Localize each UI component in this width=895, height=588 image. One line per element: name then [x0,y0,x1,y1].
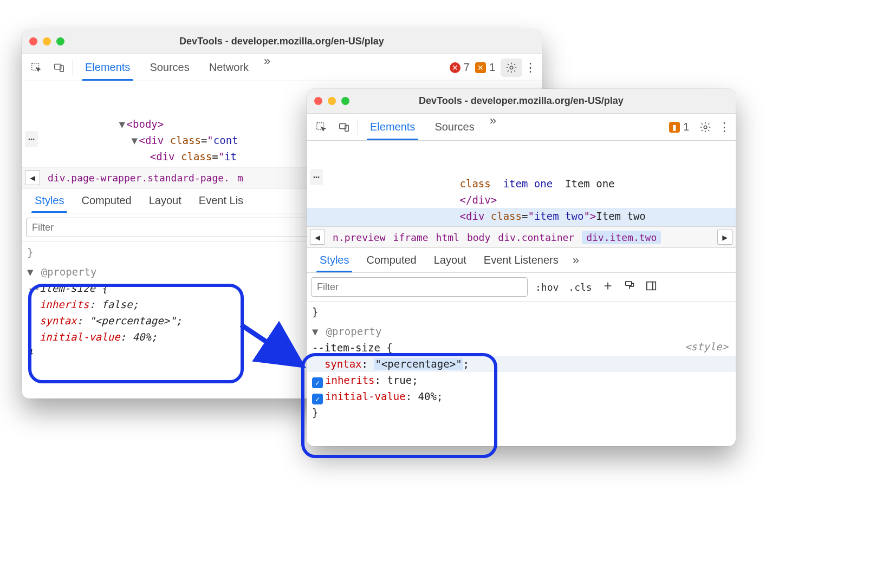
at-property-header: @property [326,325,381,337]
inspect-element-icon[interactable] [310,121,333,133]
styles-subtabs: Styles Computed Layout Event Listeners » [307,248,736,273]
rule-close-brace: } [27,347,33,359]
error-count: 7 [464,61,470,74]
breadcrumb-scroll-left-icon[interactable]: ◀ [25,170,40,185]
breadcrumb-item[interactable]: div.container [498,232,574,243]
styles-pane[interactable]: } ▼ @property <style> --item-size { synt… [307,302,736,446]
svg-rect-2 [60,66,63,71]
traffic-lights [29,37,64,45]
css-property[interactable]: initial-value [325,390,406,402]
more-subtabs-icon[interactable]: » [567,253,585,267]
warning-icon: ▮ [669,122,680,133]
devtools-window-front: DevTools - developer.mozilla.org/en-US/p… [307,89,736,446]
css-property[interactable]: inherits [40,298,89,310]
breadcrumb-item[interactable]: div.page-wrapper.standard-page. [48,172,230,184]
css-property[interactable]: syntax [40,315,77,326]
close-window-icon[interactable] [314,97,322,105]
main-toolbar: Elements Sources » ▮ 1 ⋮ [307,114,736,141]
at-property-header: @property [41,266,96,278]
property-enabled-checkbox[interactable] [312,377,323,388]
more-tabs-icon[interactable]: » [258,54,276,81]
minimize-window-icon[interactable] [43,37,51,45]
rule-selector: --item-size { [312,342,393,354]
traffic-lights [314,97,349,105]
styles-filter-row: :hov .cls [307,273,736,302]
kebab-menu-icon[interactable]: ⋮ [716,120,732,134]
new-style-rule-icon[interactable] [600,280,616,294]
css-value[interactable]: 40% [418,390,437,402]
breadcrumb-item[interactable]: m [237,172,243,184]
dom-tree[interactable]: ⋯ class item one Item one </div> <div cl… [307,141,736,226]
minimize-window-icon[interactable] [328,97,336,105]
settings-button[interactable] [695,118,716,136]
warning-count: 1 [683,121,689,133]
property-enabled-checkbox[interactable] [312,394,323,404]
error-icon: ✕ [450,62,461,73]
breadcrumb-item[interactable]: body [467,232,490,243]
expand-collapsed-icon[interactable]: ⋯ [25,131,38,147]
subtab-computed[interactable]: Computed [73,188,140,213]
rule-close-brace: } [312,407,318,419]
computed-sidebar-icon[interactable] [643,280,659,294]
warning-count: 1 [489,61,495,74]
subtab-event-listeners[interactable]: Event Listeners [475,248,567,272]
svg-point-3 [510,66,513,69]
titlebar: DevTools - developer.mozilla.org/en-US/p… [307,89,736,114]
subtab-computed[interactable]: Computed [358,248,425,272]
expand-collapsed-icon[interactable]: ⋯ [310,169,323,185]
inspect-element-icon[interactable] [25,62,48,74]
subtab-layout[interactable]: Layout [425,248,475,272]
breadcrumb-item-selected[interactable]: div.item.two [582,231,661,244]
tab-network[interactable]: Network [199,54,258,81]
tab-sources[interactable]: Sources [425,114,484,140]
css-property[interactable]: initial-value [40,331,120,343]
subtab-styles[interactable]: Styles [26,188,73,213]
maximize-window-icon[interactable] [341,97,349,105]
breadcrumb-item[interactable]: n.preview [333,232,386,243]
close-window-icon[interactable] [29,37,37,45]
svg-point-7 [704,126,707,129]
css-value[interactable]: "<percentage>" [374,358,463,370]
toolbar-divider [358,120,358,135]
breadcrumb-item[interactable]: html [436,232,459,243]
settings-button[interactable] [501,58,522,77]
tab-elements[interactable]: Elements [360,114,425,140]
css-value[interactable]: false [101,298,132,310]
titlebar: DevTools - developer.mozilla.org/en-US/p… [22,29,542,54]
svg-rect-8 [625,282,631,285]
css-value[interactable]: "<percentage>" [89,315,176,326]
panel-tabs: Elements Sources » [360,114,502,140]
main-toolbar: Elements Sources Network » ✕ 7 ✕ 1 ⋮ [22,54,542,81]
warning-icon: ✕ [475,62,486,73]
styles-filter-input[interactable] [311,277,528,297]
breadcrumb: ◀ n.preview iframe html body div.contain… [307,226,736,248]
rule-selector: --item-size { [27,282,108,294]
more-tabs-icon[interactable]: » [484,114,502,140]
maximize-window-icon[interactable] [56,37,64,45]
subtab-event-listeners[interactable]: Event Lis [190,188,252,213]
toolbar-divider [73,60,73,75]
rule-close-brace: } [312,304,730,320]
breadcrumb-scroll-right-icon[interactable]: ▶ [717,230,732,245]
paint-icon[interactable] [621,280,638,294]
error-badge[interactable]: ✕ 7 [450,61,470,74]
warning-badge[interactable]: ✕ 1 [475,61,495,74]
breadcrumb-item[interactable]: iframe [393,232,429,243]
tab-elements[interactable]: Elements [75,54,140,81]
subtab-layout[interactable]: Layout [140,188,190,213]
device-toolbar-icon[interactable] [48,62,70,74]
svg-rect-6 [345,125,348,131]
breadcrumb-scroll-left-icon[interactable]: ◀ [310,230,325,245]
cls-toggle[interactable]: .cls [566,282,594,293]
css-value[interactable]: 40% [133,331,151,343]
hov-toggle[interactable]: :hov [533,282,561,293]
style-source-link[interactable]: <style> [685,338,728,355]
css-property[interactable]: inherits [325,374,375,386]
subtab-styles[interactable]: Styles [311,248,358,272]
tab-sources[interactable]: Sources [140,54,199,81]
css-value[interactable]: true [387,374,412,386]
device-toolbar-icon[interactable] [333,121,355,133]
warning-badge[interactable]: ▮ 1 [669,121,689,133]
css-property[interactable]: syntax [325,358,362,370]
kebab-menu-icon[interactable]: ⋮ [522,61,539,75]
